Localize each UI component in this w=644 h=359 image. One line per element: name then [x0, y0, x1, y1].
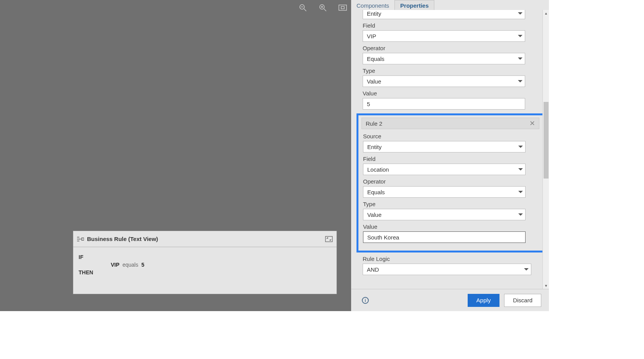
svg-rect-12 [82, 238, 84, 240]
canvas-area: Business Rule (Text View) IF VIP equals … [0, 0, 351, 311]
expr-operator: equals [122, 262, 138, 268]
right-gutter [549, 0, 644, 311]
discard-button[interactable]: Discard [504, 294, 541, 307]
rule-logic-label: Rule Logic [363, 256, 544, 262]
chevron-down-icon [518, 168, 523, 170]
svg-line-4 [324, 9, 326, 11]
rule2-operator-value: Equals [367, 189, 385, 195]
properties-scroll: Entity Field VIP Operator Equals Type Va… [351, 10, 549, 289]
rule2-container: Rule 2 ✕ Source Entity Field Location Op… [356, 113, 544, 252]
scroll-thumb[interactable] [544, 102, 549, 179]
rule1-operator-label: Operator [363, 45, 544, 51]
fit-to-screen-icon[interactable] [338, 3, 347, 12]
rule2-field-value: Location [367, 166, 389, 173]
text-view-body: IF VIP equals 5 THEN [73, 247, 337, 281]
expand-icon[interactable] [325, 236, 333, 242]
rule1-operator-value: Equals [367, 56, 384, 62]
chevron-down-icon [518, 80, 522, 82]
chevron-down-icon [518, 57, 522, 60]
chevron-down-icon [518, 213, 523, 216]
properties-panel: Components Properties Entity Field VIP O… [351, 0, 549, 311]
canvas-toolbar [298, 3, 347, 12]
rule1-type-value: Value [367, 78, 381, 85]
svg-rect-13 [325, 236, 332, 242]
rule2-header: Rule 2 ✕ [361, 118, 539, 129]
zoom-in-icon[interactable] [318, 3, 327, 12]
rule1-field-label: Field [363, 22, 544, 29]
rule1-type-select[interactable]: Value [363, 75, 525, 87]
svg-rect-7 [339, 5, 347, 10]
rule2-title: Rule 2 [366, 120, 382, 127]
rule1-source-select[interactable]: Entity [363, 10, 525, 19]
rule1-field-value: VIP [367, 33, 376, 39]
rule-logic-select[interactable]: AND [363, 264, 531, 275]
business-rule-icon [77, 236, 84, 242]
rule2-type-select[interactable]: Value [363, 209, 526, 220]
chevron-down-icon [518, 12, 522, 15]
rule2-type-value: Value [367, 211, 381, 218]
rule1-source-value: Entity [367, 10, 381, 17]
chevron-down-icon [524, 268, 529, 270]
chevron-down-icon [518, 146, 523, 148]
apply-button[interactable]: Apply [468, 294, 500, 307]
tab-properties[interactable]: Properties [394, 0, 434, 10]
properties-footer: i Apply Discard [351, 289, 549, 311]
vertical-scrollbar[interactable]: ▲ ▼ [542, 10, 549, 289]
then-label: THEN [79, 269, 331, 275]
info-icon[interactable]: i [362, 297, 369, 304]
if-expression: VIP equals 5 [111, 262, 331, 268]
rule1-operator-select[interactable]: Equals [363, 53, 525, 64]
zoom-out-icon[interactable] [298, 3, 307, 12]
rule2-operator-select[interactable]: Equals [363, 186, 526, 198]
rule2-source-value: Entity [367, 144, 382, 150]
rule1-field-select[interactable]: VIP [363, 30, 525, 42]
bottom-strip [0, 311, 644, 359]
close-icon[interactable]: ✕ [529, 120, 535, 127]
rule1-type-label: Type [363, 67, 544, 74]
rule2-field-label: Field [363, 156, 538, 162]
rule2-value-label: Value [363, 223, 538, 230]
if-label: IF [79, 254, 331, 260]
rule1-value-field[interactable] [367, 98, 521, 109]
expr-field: VIP [111, 262, 120, 268]
rule2-source-select[interactable]: Entity [363, 141, 526, 152]
rule2-type-label: Type [363, 201, 538, 207]
svg-rect-8 [341, 7, 344, 9]
rule2-operator-label: Operator [363, 178, 538, 185]
tab-components[interactable]: Components [351, 0, 394, 10]
expr-value: 5 [141, 262, 145, 268]
text-view-title: Business Rule (Text View) [87, 236, 158, 242]
rule2-source-label: Source [363, 133, 538, 139]
chevron-down-icon [518, 191, 523, 193]
scroll-down-arrow[interactable]: ▼ [543, 282, 549, 289]
rule1-value-input[interactable] [363, 98, 525, 110]
rule2-field-select[interactable]: Location [363, 164, 526, 175]
tab-bar: Components Properties [351, 0, 549, 10]
rule-logic-value: AND [367, 266, 379, 273]
scroll-up-arrow[interactable]: ▲ [543, 10, 549, 16]
rule2-value-field[interactable] [367, 232, 521, 243]
text-view-header: Business Rule (Text View) [73, 231, 337, 247]
rule1-value-label: Value [363, 90, 544, 97]
business-rule-text-view-panel: Business Rule (Text View) IF VIP equals … [73, 231, 337, 294]
rule2-value-input[interactable] [363, 231, 526, 243]
svg-line-1 [304, 9, 306, 11]
chevron-down-icon [518, 35, 522, 37]
